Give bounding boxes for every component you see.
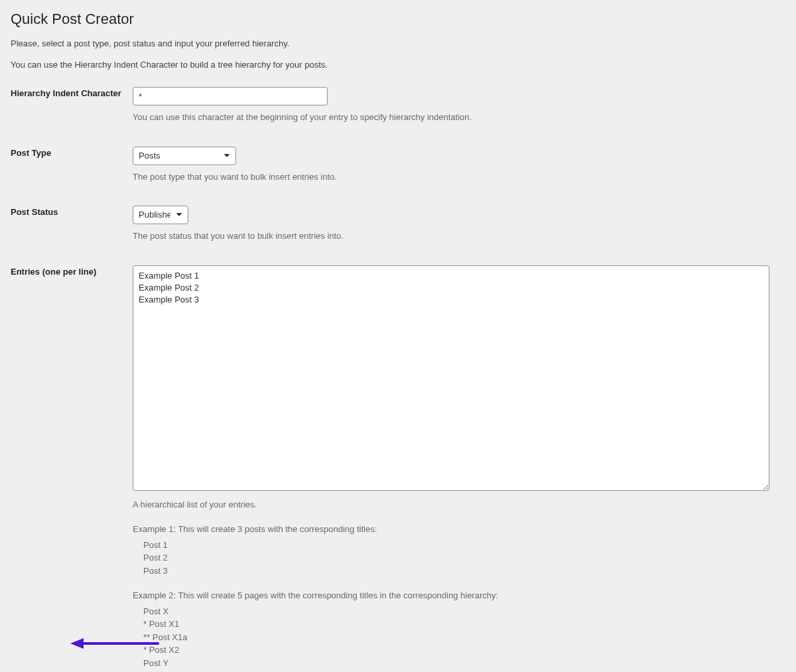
intro-text-1: Please, select a post type, post status … [11,37,785,50]
post-status-label: Post Status [11,199,133,259]
post-type-label: Post Type [11,140,133,200]
post-type-description: The post type that you want to bulk inse… [133,170,785,184]
example2-line2: * Post X1 [133,618,785,631]
page-title: Quick Post Creator [11,11,785,28]
indent-char-label: Hierarchy Indent Character [11,80,133,140]
example1-title: Example 1: This will create 3 posts with… [133,523,785,536]
post-type-select[interactable]: Posts [133,147,236,165]
post-status-select[interactable]: Published [133,206,188,224]
example1-line2: Post 2 [133,551,785,565]
example2-line4: * Post X2 [133,643,785,657]
example2-title: Example 2: This will create 5 pages with… [133,589,785,602]
example1-line3: Post 3 [133,565,785,578]
indent-char-input[interactable] [133,87,328,105]
indent-char-description: You can use this character at the beginn… [133,111,785,124]
intro-text-2: You can use the Hierarchy Indent Charact… [11,58,785,72]
example2-line3: ** Post X1a [133,631,785,644]
post-status-description: The post status that you want to bulk in… [133,230,785,243]
example1-line1: Post 1 [133,539,785,552]
entries-textarea[interactable] [133,265,769,491]
entries-label: Entries (one per line) [11,259,133,673]
example2-line5: Post Y [133,657,785,670]
entries-description: A hierarchical list of your entries. [133,498,785,511]
example2-line1: Post X [133,605,785,618]
